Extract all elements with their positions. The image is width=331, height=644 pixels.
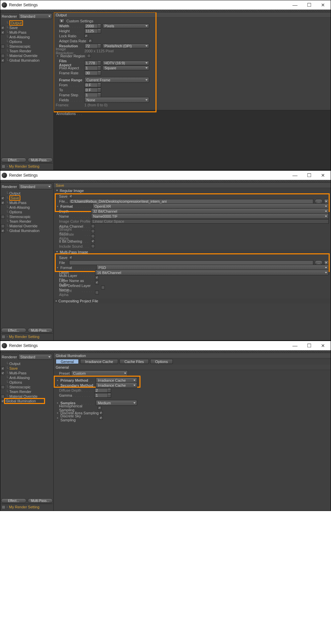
frame-step-field[interactable]: 1 xyxy=(84,93,101,97)
sidebar-checkbox[interactable]: ✓ xyxy=(1,196,5,200)
render-preset-row[interactable]: › My Render Setting xyxy=(1,504,53,510)
file-path-field[interactable]: C:\Users\Rebus_Dirk\Desktop\compression\… xyxy=(69,199,313,204)
sidebar-checkbox[interactable]: ✓ xyxy=(1,371,5,375)
sidebar-checkbox[interactable]: ✓ xyxy=(1,229,5,233)
expand-icon[interactable]: ▸ xyxy=(57,411,60,414)
renderer-dropdown[interactable]: Standard xyxy=(18,354,52,360)
effect-button[interactable]: Effect... xyxy=(1,158,26,162)
sidebar-item-multi-pass[interactable]: ✓└Multi-Pass xyxy=(0,200,53,205)
sidebar-checkbox[interactable] xyxy=(1,224,5,228)
sidebar-checkbox[interactable] xyxy=(1,54,5,58)
minimize-button[interactable]: — xyxy=(288,171,302,180)
render-region-checkbox[interactable] xyxy=(87,54,91,58)
sidebar-item-global-illumination[interactable]: ✓└Global Illumination xyxy=(0,228,53,233)
mp-file-field[interactable] xyxy=(69,260,313,265)
preset-play-button[interactable] xyxy=(59,19,64,23)
gamma-field[interactable]: 1 xyxy=(94,393,111,398)
expand-icon[interactable]: ▸ xyxy=(57,266,60,269)
browse-button[interactable]: ... xyxy=(315,199,323,204)
frame-rate-field[interactable]: 30 xyxy=(84,71,101,75)
sidebar-item-anti-aliasing[interactable]: └Anti-Aliasing xyxy=(0,375,53,380)
sidebar-item-material-override[interactable]: └Material Override xyxy=(0,224,53,228)
tab-cache-files[interactable]: Cache Files xyxy=(119,359,149,364)
multipass-button[interactable]: Multi-Pass... xyxy=(28,328,53,333)
pixel-aspect-field[interactable]: 1 xyxy=(84,66,101,70)
sidebar-item-save[interactable]: ✓└Save xyxy=(0,196,53,200)
lock-ratio-checkbox[interactable]: ✓ xyxy=(84,34,88,38)
alpha-channel-checkbox[interactable] xyxy=(91,224,95,228)
film-aspect-dropdown[interactable]: HDTV (16:9) xyxy=(102,61,149,65)
sidebar-item-team-render[interactable]: └Team Render xyxy=(0,219,53,224)
tab-options[interactable]: Options xyxy=(150,359,173,364)
to-field[interactable]: 0 F xyxy=(84,88,101,92)
sidebar-checkbox[interactable] xyxy=(1,215,5,219)
expand-icon[interactable]: ▸ xyxy=(57,379,60,382)
save-checkbox[interactable]: ✓ xyxy=(69,194,73,198)
render-preset-row[interactable]: › My Render Setting xyxy=(1,333,53,340)
name-dropdown[interactable]: Name0000.TIF xyxy=(91,213,329,219)
secondary-method-dropdown[interactable]: Irradiance Cache xyxy=(96,382,137,388)
effect-button[interactable]: Effect... xyxy=(1,328,26,333)
height-field[interactable]: 1125 xyxy=(84,29,101,33)
expand-icon[interactable]: ▸ xyxy=(57,205,60,208)
sidebar-checkbox[interactable]: ✓ xyxy=(1,26,5,30)
mp-save-checkbox[interactable]: ✓ xyxy=(69,256,73,259)
expand-icon[interactable]: ▸ xyxy=(57,416,60,419)
sidebar-item-multi-pass[interactable]: ✓└Multi-Pass xyxy=(0,30,53,35)
renderer-dropdown[interactable]: Standard xyxy=(18,13,52,19)
sidebar-item-material-override[interactable]: └Material Override xyxy=(0,53,53,58)
sidebar-item-output[interactable]: └Output xyxy=(0,361,53,366)
minimize-button[interactable]: — xyxy=(288,1,302,9)
renderer-dropdown[interactable]: Standard xyxy=(18,184,52,189)
titlebar[interactable]: Render Settings — ☐ ✕ xyxy=(0,171,331,180)
toolbar-grip[interactable] xyxy=(0,180,331,183)
group-compositing[interactable]: ▸Compositing Project File xyxy=(54,298,331,303)
minimize-button[interactable]: — xyxy=(288,341,302,350)
resolution-field[interactable]: 72 xyxy=(84,44,101,48)
expand-icon[interactable]: ▸ xyxy=(57,54,60,57)
sidebar-checkbox[interactable] xyxy=(1,385,5,389)
sidebar-item-options[interactable]: └Options xyxy=(0,380,53,385)
sidebar-checkbox[interactable] xyxy=(1,395,5,398)
adapt-data-rate-checkbox[interactable]: ✓ xyxy=(88,39,92,43)
sidebar-item-global-illumination[interactable]: ✓└Global Illumination xyxy=(0,399,53,403)
multipass-button[interactable]: Multi-Pass... xyxy=(28,158,53,162)
user-defined-layer-checkbox[interactable] xyxy=(101,286,105,289)
group-multipass-image[interactable]: ▼Multi-Pass Image xyxy=(54,249,331,254)
mp-browse-button[interactable]: ... xyxy=(315,260,323,265)
render-preset-row[interactable]: › My Render Setting xyxy=(1,163,53,169)
titlebar[interactable]: Render Settings — ☐ ✕ xyxy=(0,0,331,10)
sidebar-item-stereoscopic[interactable]: └Stereoscopic xyxy=(0,385,53,389)
sidebar-item-save[interactable]: ✓└Save xyxy=(0,366,53,371)
width-field[interactable]: 2000 xyxy=(84,24,101,28)
tab-general[interactable]: General xyxy=(56,359,79,364)
resolution-unit-dropdown[interactable]: Pixels/Inch (DPI) xyxy=(102,44,149,48)
toolbar-grip[interactable] xyxy=(0,350,331,353)
sidebar-checkbox[interactable]: ✓ xyxy=(1,367,5,370)
sidebar-checkbox[interactable]: ✓ xyxy=(1,31,5,34)
sidebar-item-multi-pass[interactable]: ✓└Multi-Pass xyxy=(0,371,53,375)
pixel-aspect-dropdown[interactable]: Square xyxy=(102,66,149,70)
dithering-checkbox[interactable]: ✓ xyxy=(91,239,95,243)
mp-depth-dropdown[interactable]: 16 Bit/Channel xyxy=(95,270,329,275)
sidebar-item-stereoscopic[interactable]: └Stereoscopic xyxy=(0,44,53,49)
maximize-button[interactable]: ☐ xyxy=(302,1,316,9)
discrete-sky-checkbox[interactable]: ✓ xyxy=(99,416,103,420)
close-button[interactable]: ✕ xyxy=(316,341,330,350)
discrete-area-checkbox[interactable]: ✓ xyxy=(99,411,103,415)
sidebar-item-anti-aliasing[interactable]: └Anti-Aliasing xyxy=(0,205,53,210)
sidebar-item-options[interactable]: └Options xyxy=(0,39,53,44)
sidebar-checkbox[interactable]: ✓ xyxy=(1,59,5,62)
multipass-button[interactable]: Multi-Pass... xyxy=(28,498,53,503)
toolbar-grip[interactable] xyxy=(0,10,331,12)
sidebar-item-options[interactable]: └Options xyxy=(0,210,53,214)
maximize-button[interactable]: ☐ xyxy=(302,341,316,350)
hemispherical-checkbox[interactable]: ✓ xyxy=(98,406,101,410)
maximize-button[interactable]: ☐ xyxy=(302,171,316,180)
sidebar-item-team-render[interactable]: └Team Render xyxy=(0,389,53,394)
group-regular-image[interactable]: ▼Regular Image xyxy=(54,188,331,193)
sidebar-item-global-illumination[interactable]: ✓└Global Illumination xyxy=(0,58,53,63)
expand-icon[interactable]: ▸ xyxy=(57,384,60,387)
mp-file-menu-button[interactable] xyxy=(324,260,329,265)
titlebar[interactable]: Render Settings — ☐ ✕ xyxy=(0,341,331,350)
